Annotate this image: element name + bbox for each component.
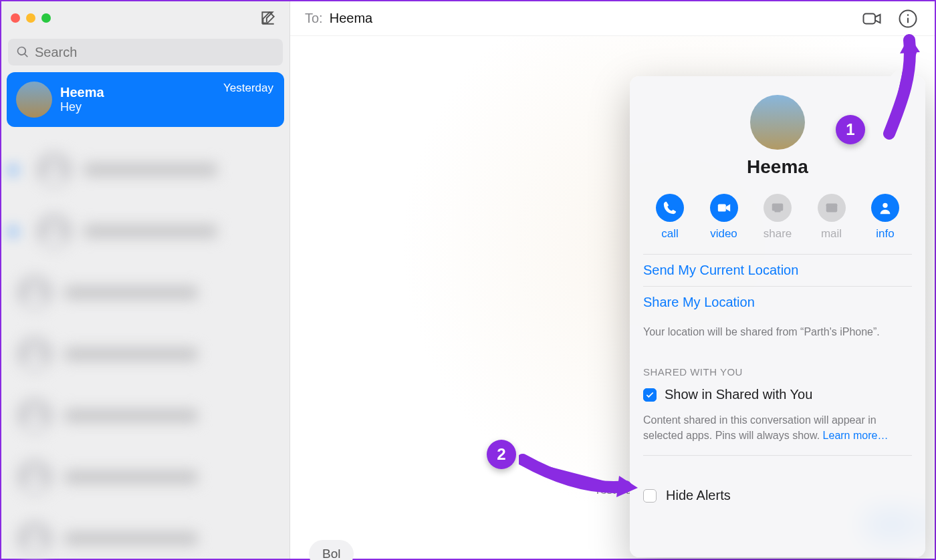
search-icon xyxy=(16,45,29,59)
phone-icon xyxy=(663,200,677,215)
svg-point-0 xyxy=(49,160,60,170)
show-in-shared-label: Show in Shared with You xyxy=(665,387,812,402)
action-label: share xyxy=(764,227,792,241)
svg-point-3 xyxy=(30,344,40,354)
show-in-shared-row[interactable]: Show in Shared with You xyxy=(643,386,912,406)
search-field[interactable] xyxy=(8,39,283,65)
messages-window: Heema Hey Yesterday To: Heema xyxy=(0,0,936,560)
compose-icon xyxy=(259,9,277,27)
screen-share-icon xyxy=(770,200,785,215)
shared-with-you-header: SHARED WITH YOU xyxy=(643,352,912,386)
conversation-row[interactable]: Heema Hey Yesterday xyxy=(7,72,284,127)
conversation-row[interactable] xyxy=(17,508,290,560)
mail-action: mail xyxy=(808,194,856,241)
info-icon xyxy=(898,9,918,29)
details-popover: Heema call video share xyxy=(630,76,925,557)
to-label: To: xyxy=(305,11,323,26)
minimize-window-button[interactable] xyxy=(26,13,35,23)
conversation-row[interactable] xyxy=(17,323,290,385)
contact-actions: call video share mail xyxy=(643,194,912,254)
video-icon xyxy=(717,200,731,215)
avatar xyxy=(17,337,52,372)
video-action[interactable]: video xyxy=(700,194,748,241)
avatar xyxy=(16,82,52,118)
conversation-header: To: Heema xyxy=(290,1,935,36)
learn-more-link[interactable]: Learn more… xyxy=(823,430,889,441)
svg-point-5 xyxy=(30,467,40,477)
svg-point-6 xyxy=(30,529,40,539)
show-in-shared-checkbox[interactable] xyxy=(643,388,657,402)
titlebar xyxy=(1,1,289,35)
action-label: info xyxy=(876,227,894,241)
search-wrap xyxy=(1,35,289,72)
svg-rect-13 xyxy=(774,206,780,212)
svg-point-2 xyxy=(30,283,40,293)
send-current-location-link[interactable]: Send My Current Location xyxy=(643,255,912,286)
share-action: share xyxy=(753,194,802,241)
annotation-badge-1: 1 xyxy=(836,115,865,144)
svg-point-1 xyxy=(49,221,60,231)
avatar xyxy=(17,275,52,310)
call-action[interactable]: call xyxy=(646,194,694,241)
shared-note: Content shared in this conversation will… xyxy=(643,406,912,455)
annotation-arrow-2 xyxy=(519,453,639,500)
fullscreen-window-button[interactable] xyxy=(41,13,51,23)
blurred-conversations xyxy=(1,139,290,560)
search-input[interactable] xyxy=(35,45,275,60)
conversation-row[interactable] xyxy=(17,262,290,323)
action-label: video xyxy=(710,227,737,241)
avatar xyxy=(37,152,72,187)
avatar xyxy=(17,398,52,433)
conversation-row[interactable] xyxy=(17,385,290,446)
location-note: Your location will be shared from “Parth… xyxy=(643,318,912,352)
info-action[interactable]: info xyxy=(861,194,909,241)
share-my-location-link[interactable]: Share My Location xyxy=(643,287,912,318)
window-controls xyxy=(11,13,51,23)
avatar xyxy=(17,521,52,556)
conversation-preview: Hey xyxy=(60,100,275,114)
checkmark-icon xyxy=(645,390,655,400)
conversation-row[interactable] xyxy=(17,200,290,262)
close-window-button[interactable] xyxy=(11,13,20,23)
conversation-row[interactable] xyxy=(17,139,290,200)
sidebar: Heema Hey Yesterday xyxy=(1,1,290,559)
action-label: call xyxy=(661,227,679,241)
hide-alerts-label: Hide Alerts xyxy=(666,488,731,503)
contact-name: Heema xyxy=(643,156,912,178)
conversation-time: Yesterday xyxy=(223,82,273,95)
avatar xyxy=(37,214,72,249)
to-name: Heema xyxy=(330,11,372,26)
svg-rect-7 xyxy=(864,13,876,23)
annotation-badge-2: 2 xyxy=(487,440,516,469)
incoming-message-bubble: Bol xyxy=(309,540,354,560)
person-icon xyxy=(878,200,893,215)
svg-point-15 xyxy=(883,203,887,208)
svg-point-4 xyxy=(30,406,40,416)
compose-button[interactable] xyxy=(256,6,280,30)
hide-alerts-row[interactable]: Hide Alerts xyxy=(643,456,912,503)
conversation-row[interactable] xyxy=(17,446,290,508)
svg-point-10 xyxy=(907,14,909,16)
contact-avatar[interactable] xyxy=(750,95,805,150)
hide-alerts-checkbox[interactable] xyxy=(643,489,657,503)
svg-rect-11 xyxy=(717,204,725,212)
mail-icon xyxy=(824,200,839,215)
avatar xyxy=(17,460,52,495)
action-label: mail xyxy=(821,227,842,241)
video-icon xyxy=(862,9,882,29)
